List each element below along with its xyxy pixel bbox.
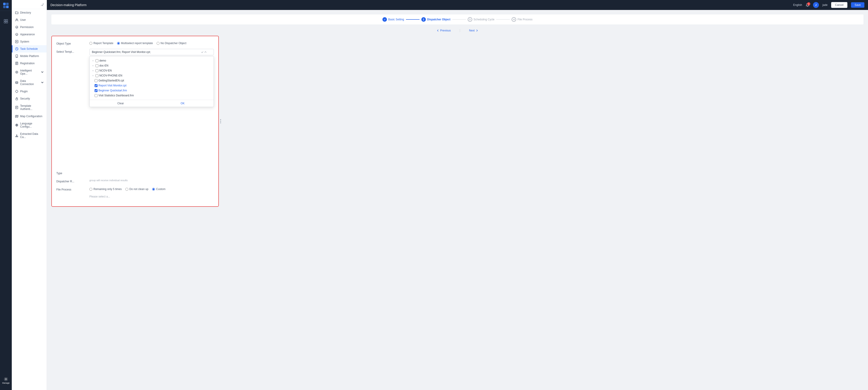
radio-do-not-clean[interactable]: Do not clean up xyxy=(125,188,149,191)
sidebar-item-registration[interactable]: Registration xyxy=(12,60,46,67)
svg-rect-1 xyxy=(6,3,9,5)
clear-button[interactable]: Clear xyxy=(90,100,152,107)
language-selector[interactable]: English xyxy=(793,3,802,6)
check-beginner[interactable] xyxy=(95,89,97,92)
sidebar-item-system[interactable]: System xyxy=(12,38,46,45)
file-process-options: Remaining only 5 times Do not clean up C… xyxy=(89,187,214,191)
dispatcher-placeholder-label xyxy=(56,195,86,196)
radio-do-not-clean-input[interactable] xyxy=(125,188,128,191)
check-getting-started[interactable] xyxy=(95,79,97,82)
sidebar-item-extracted-data[interactable]: Extracted Data Ca... xyxy=(12,130,46,141)
file-process-label: File Process xyxy=(56,187,86,191)
tree-item-ncov-phone[interactable]: + NCOV-PHONE-EN xyxy=(90,73,214,78)
sidebar-item-intelligent[interactable]: Intelligent Ope... xyxy=(12,67,46,77)
step-file-process: 4 File Process xyxy=(512,17,532,22)
folder-icon xyxy=(15,11,18,14)
app-title: Decision-making Platform xyxy=(51,3,87,7)
svg-point-18 xyxy=(16,82,18,82)
dispatcher-placeholder-row: Please select a... xyxy=(56,195,214,198)
expand-ncov-phone[interactable]: + xyxy=(91,74,95,77)
tree-item-report-visit[interactable]: Report Visit Monitor.cpt xyxy=(90,83,214,88)
svg-rect-6 xyxy=(4,22,6,23)
sidebar-item-language-config[interactable]: Language Configu... xyxy=(12,120,46,130)
previous-label: Previous xyxy=(440,29,451,32)
expand-doc-en[interactable]: + xyxy=(91,64,95,67)
app-logo[interactable] xyxy=(0,0,12,11)
sidebar-pin-area xyxy=(12,0,46,9)
steps-bar: ✓ Basic Setting 2 Dispatcher Object 3 Sc… xyxy=(51,14,864,25)
tree-item-demo[interactable]: + demo xyxy=(90,58,214,63)
notification-bell[interactable]: 1 xyxy=(806,3,809,7)
panel-resize-dots[interactable] xyxy=(220,119,221,123)
tree-item-visit-stats[interactable]: Visit Statistics Dashboard.frm xyxy=(90,93,214,98)
sidebar-task-schedule-label: Task Schedule xyxy=(20,47,38,51)
radio-multiselect-input[interactable] xyxy=(117,42,120,45)
step1-num: ✓ xyxy=(382,17,387,22)
username[interactable]: jade xyxy=(823,3,828,6)
sidebar-item-permission[interactable]: Permission xyxy=(12,24,46,31)
tree-item-getting-started[interactable]: GettingStartedEN.cpt xyxy=(90,78,214,83)
check-doc-en[interactable] xyxy=(95,64,98,67)
sidebar-plugin-label: Plugin xyxy=(20,90,28,93)
sidebar-item-manage[interactable]: Manage xyxy=(0,375,12,386)
radio-remaining-input[interactable] xyxy=(89,188,92,191)
language-icon xyxy=(15,124,18,127)
radio-report-template-label: Report Template xyxy=(93,42,113,45)
map-icon xyxy=(15,115,18,118)
next-button[interactable]: Next xyxy=(469,29,478,32)
radio-no-dispatcher-input[interactable] xyxy=(157,42,159,45)
check-ncov-phone[interactable] xyxy=(95,74,98,77)
dropdown-menu: + demo + doc-EN + xyxy=(89,56,214,107)
sidebar-item-user[interactable]: User xyxy=(12,16,46,24)
ok-button[interactable]: OK xyxy=(152,100,214,107)
radio-remaining[interactable]: Remaining only 5 times xyxy=(89,188,122,191)
select-chevrons xyxy=(201,51,207,54)
radio-report-template-input[interactable] xyxy=(89,42,92,45)
previous-button[interactable]: Previous xyxy=(436,29,451,32)
sidebar-item-appearance[interactable]: Appearance xyxy=(12,31,46,38)
save-button[interactable]: Save xyxy=(851,2,864,8)
sidebar-item-template-auth[interactable]: Template Authenti... xyxy=(12,102,46,113)
check-report-visit[interactable] xyxy=(95,84,97,87)
report-visit-label: Report Visit Monitor.cpt xyxy=(98,84,126,87)
topbar: Decision-making Platform English 1 J jad… xyxy=(47,0,868,10)
cancel-button[interactable]: Cancel xyxy=(831,2,847,8)
visit-stats-label: Visit Statistics Dashboard.frm xyxy=(98,94,134,97)
check-ncov-en[interactable] xyxy=(95,69,98,72)
sidebar-item-data-connection[interactable]: Data Connection xyxy=(12,77,46,88)
permission-icon xyxy=(15,26,18,29)
sidebar-item-mobile[interactable]: Mobile Platform xyxy=(12,53,46,60)
main-content: ✓ Basic Setting 2 Dispatcher Object 3 Sc… xyxy=(47,10,868,390)
sidebar-item-plugin[interactable]: Plugin xyxy=(12,88,46,95)
user-avatar[interactable]: J xyxy=(813,2,819,8)
sidebar-map-config-label: Map Configuration xyxy=(20,115,42,118)
step-dispatcher-object: 2 Dispatcher Object xyxy=(421,17,451,22)
pin-icon[interactable] xyxy=(41,3,44,6)
radio-multiselect[interactable]: Multiselect report template xyxy=(117,42,153,45)
check-visit-stats[interactable] xyxy=(95,94,97,97)
registration-icon xyxy=(15,62,18,65)
svg-rect-19 xyxy=(16,98,18,100)
next-label: Next xyxy=(469,29,475,32)
tree-item-doc-en[interactable]: + doc-EN xyxy=(90,63,214,68)
expand-ncov-en[interactable]: + xyxy=(91,69,95,72)
radio-custom-label: Custom xyxy=(156,188,165,191)
object-type-row: Object Type Report Template Multiselect … xyxy=(56,41,214,45)
sidebar-item-grid[interactable] xyxy=(0,15,12,27)
radio-custom[interactable]: Custom xyxy=(152,188,165,191)
sidebar-item-map-config[interactable]: Map Configuration xyxy=(12,113,46,120)
sidebar-item-task-schedule[interactable]: Task Schedule xyxy=(12,45,46,53)
select-template-display[interactable]: Beginner Quickstart.frm; Report Visit Mo… xyxy=(89,49,214,55)
radio-custom-input[interactable] xyxy=(152,188,155,191)
expand-demo[interactable]: + xyxy=(91,59,95,62)
tree-item-ncov-en[interactable]: + NCOV-EN xyxy=(90,68,214,73)
radio-report-template[interactable]: Report Template xyxy=(89,42,113,45)
sidebar-item-directory[interactable]: Directory xyxy=(12,9,46,16)
chevron-down-icon xyxy=(41,71,44,74)
tree-item-beginner[interactable]: Beginner Quickstart.frm xyxy=(90,88,214,93)
svg-rect-2 xyxy=(3,6,6,8)
svg-rect-20 xyxy=(16,106,18,109)
check-demo[interactable] xyxy=(95,59,98,62)
sidebar-item-security[interactable]: Security xyxy=(12,95,46,102)
radio-no-dispatcher[interactable]: No Dispatcher Object xyxy=(157,42,186,45)
